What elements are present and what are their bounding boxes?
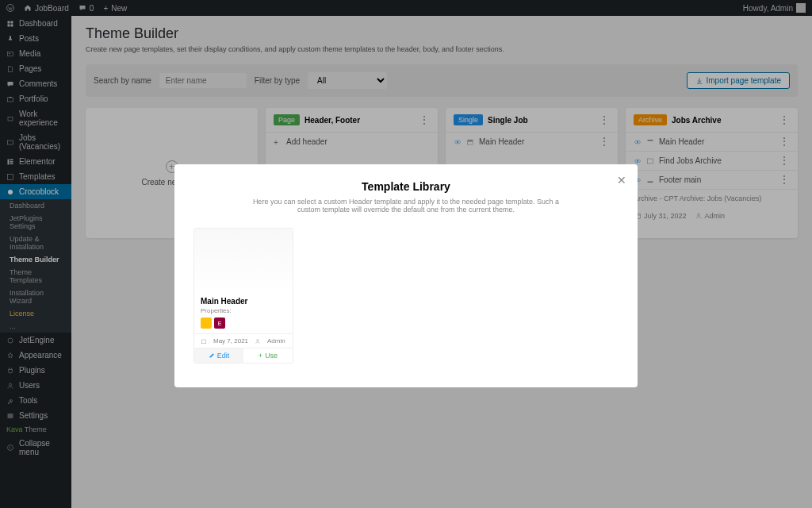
svg-point-38 bbox=[257, 339, 259, 341]
template-library-modal: ✕ Template Library Here you can select a… bbox=[174, 164, 638, 387]
template-properties-label: Properties: bbox=[194, 307, 293, 318]
property-badge-icon bbox=[201, 318, 212, 329]
modal-title: Template Library bbox=[193, 180, 619, 193]
user-icon bbox=[255, 338, 261, 344]
template-actions: Edit + Use bbox=[194, 348, 293, 363]
template-item: Main Header Properties: E May 7, 2021 Ad… bbox=[193, 228, 293, 364]
svg-rect-37 bbox=[201, 340, 206, 344]
edit-button[interactable]: Edit bbox=[194, 348, 243, 363]
template-preview bbox=[194, 229, 293, 292]
template-badges: E bbox=[194, 318, 293, 333]
plus-icon: + bbox=[259, 352, 262, 360]
calendar-icon bbox=[201, 338, 207, 344]
close-button[interactable]: ✕ bbox=[617, 174, 626, 187]
use-button[interactable]: + Use bbox=[243, 348, 293, 363]
pencil-icon bbox=[209, 352, 215, 359]
template-name: Main Header bbox=[194, 292, 293, 307]
elementor-badge-icon: E bbox=[214, 318, 225, 329]
template-meta: May 7, 2021 Admin bbox=[194, 333, 293, 348]
modal-description: Here you can select a custom Header temp… bbox=[193, 198, 619, 214]
